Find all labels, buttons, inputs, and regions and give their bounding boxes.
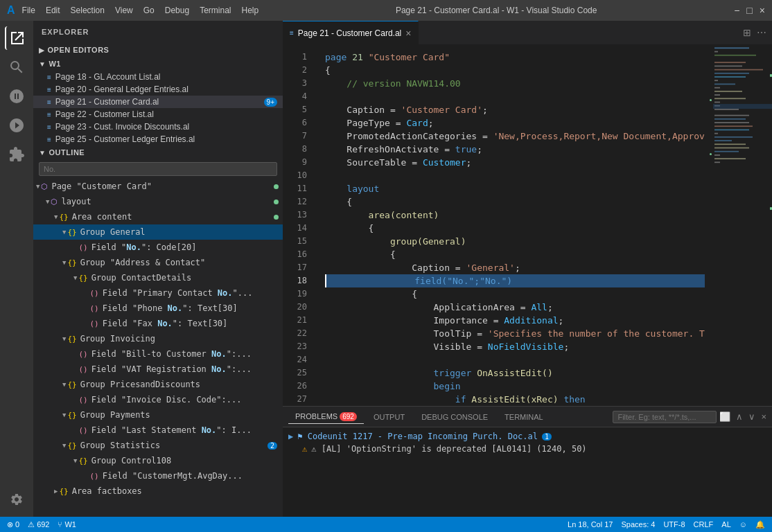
svg-rect-27: [714, 148, 749, 149]
outline-item-field-phone[interactable]: ▶ () Field "Phone No.": Text[30]: [33, 301, 283, 316]
code-line: [325, 353, 705, 366]
file-item[interactable]: ≡ Page 20 - General Ledger Entries.al: [33, 83, 283, 96]
editor-container: 1 2 3 4 5 6 7 8 9 10 11 12 13 14 15 16 1…: [283, 45, 772, 406]
status-line-ending[interactable]: CRLF: [694, 520, 714, 529]
outline-item-area-content[interactable]: ▼ {} Area content: [33, 209, 283, 224]
menu-help[interactable]: Help: [242, 6, 259, 15]
svg-rect-11: [714, 91, 742, 92]
outline-item-group-general[interactable]: ▼ {} Group General: [33, 224, 283, 240]
split-editor-icon[interactable]: ⊞: [743, 27, 751, 38]
code-token: {: [325, 64, 331, 77]
outline-item-group-prices[interactable]: ▼ {} Group PricesandDiscounts: [33, 377, 283, 392]
outline-item-field-fax[interactable]: ▶ () Field "Fax No.": Text[30]: [33, 316, 283, 331]
outline-item-field-customermgt[interactable]: ▶ () Field "CustomerMgt.AvgDay...: [33, 468, 283, 484]
status-branch[interactable]: ⑂ W1: [58, 520, 76, 529]
code-token: Additional: [504, 314, 558, 327]
active-tab[interactable]: ≡ Page 21 - Customer Card.al ×: [283, 21, 419, 44]
outline-item-area-factboxes[interactable]: ▶ {} Area factboxes: [33, 484, 283, 499]
chevron-down-icon: ▼: [62, 335, 66, 342]
outline-item-field-primary[interactable]: ▶ () Field "Primary Contact No."...: [33, 285, 283, 301]
code-token: trigger: [325, 366, 477, 380]
menu-edit[interactable]: Edit: [46, 6, 60, 15]
file-item[interactable]: ≡ Page 25 - Customer Ledger Entries.al: [33, 133, 283, 145]
outline-item-field-invoice-disc[interactable]: ▶ () Field "Invoice Disc. Code":...: [33, 392, 283, 407]
status-dot-green: [274, 200, 279, 204]
panel-maximize-icon[interactable]: ×: [761, 411, 766, 422]
file-icon: ≡: [47, 98, 51, 106]
code-line: Visible = NoFieldVisible;: [325, 340, 705, 353]
panel-tab-problems[interactable]: PROBLEMS 692: [288, 409, 364, 424]
outline-item-group-address[interactable]: ▼ {} Group "Address & Contact": [33, 255, 283, 270]
open-editors-header[interactable]: ▶ OPEN EDITORS: [33, 43, 283, 57]
minimap-svg: [713, 45, 772, 406]
problems-label: PROBLEMS: [295, 412, 337, 420]
file-item[interactable]: ≡ Page 22 - Customer List.al: [33, 108, 283, 121]
outline-item-group-control108[interactable]: ▼ {} Group Control108: [33, 453, 283, 468]
outline-header[interactable]: ▼ OUTLINE: [33, 145, 283, 159]
panel-filter-input[interactable]: [613, 411, 717, 423]
menu-file[interactable]: File: [22, 6, 35, 15]
code-token: RefreshOnActivate =: [325, 143, 455, 156]
outline-item-layout[interactable]: ▼ ⬡ layout: [33, 194, 283, 209]
menu-terminal[interactable]: Terminal: [200, 6, 231, 15]
panel-collapse-icon[interactable]: ⬜: [719, 411, 730, 422]
status-spaces[interactable]: Spaces: 4: [621, 520, 655, 529]
menu-debug[interactable]: Debug: [165, 6, 189, 15]
svg-rect-28: [714, 151, 739, 152]
panel-tab-debug-console[interactable]: DEBUG CONSOLE: [414, 410, 495, 424]
settings-activity-icon[interactable]: [5, 488, 28, 511]
status-notification[interactable]: 🔔: [755, 520, 765, 529]
outline-item-group-payments[interactable]: ▼ {} Group Payments: [33, 407, 283, 423]
titlebar-controls[interactable]: − □ ×: [734, 5, 765, 16]
code-editor[interactable]: page 21 "Customer Card" { // version NAV…: [314, 45, 705, 406]
file-item-active[interactable]: ≡ Page 21 - Customer Card.al 9+: [33, 96, 283, 108]
panel-expand-icon[interactable]: ∧: [736, 411, 743, 422]
line-number: 4: [283, 90, 314, 103]
file-item[interactable]: ≡ Page 23 - Cust. Invoice Discounts.al: [33, 121, 283, 133]
status-errors[interactable]: ⊗ 0: [7, 520, 19, 529]
status-language[interactable]: AL: [721, 520, 730, 529]
outline-item-page[interactable]: ▼ ⬡ Page "Customer Card": [33, 179, 283, 194]
outline-item-field-vat[interactable]: ▶ () Field "VAT Registration No.":...: [33, 362, 283, 377]
code-token: ;: [466, 156, 472, 169]
menu-selection[interactable]: Selection: [71, 6, 105, 15]
source-control-activity-icon[interactable]: [5, 85, 28, 108]
maximize-button[interactable]: □: [746, 5, 752, 16]
more-actions-icon[interactable]: ⋯: [757, 27, 766, 38]
extensions-activity-icon[interactable]: [5, 143, 28, 166]
outline-item-group-statistics[interactable]: ▼ {} Group Statistics 2: [33, 438, 283, 453]
outline-label-last-statement: Field "Last Statement No.": I...: [91, 425, 252, 435]
tab-close-button[interactable]: ×: [405, 28, 411, 39]
outline-item-field-bill-to[interactable]: ▶ () Field "Bill-to Customer No.":...: [33, 346, 283, 362]
explorer-activity-icon[interactable]: [5, 26, 28, 50]
debug-activity-icon[interactable]: [5, 114, 28, 137]
outline-item-field-last-statement[interactable]: ▶ () Field "Last Statement No.": I...: [33, 423, 283, 438]
file-name: Page 21 - Customer Card.al: [55, 97, 159, 107]
outline-item-group-contact[interactable]: ▼ {} Group ContactDetails: [33, 270, 283, 285]
minimize-button[interactable]: −: [734, 5, 739, 16]
outline-label-phone-no: Field "Phone No.": Text[30]: [103, 303, 238, 313]
svg-rect-22: [714, 130, 749, 131]
w1-header[interactable]: ▼ W1: [33, 57, 283, 71]
status-encoding[interactable]: UTF-8: [663, 520, 685, 529]
file-item[interactable]: ≡ Page 18 - GL Account List.al: [33, 71, 283, 83]
panel-close-icon[interactable]: ∨: [748, 411, 755, 422]
status-position[interactable]: Ln 18, Col 17: [568, 520, 613, 529]
status-warnings[interactable]: ⚠ 692: [28, 520, 49, 529]
file-icon: ≡: [47, 136, 51, 143]
search-activity-icon[interactable]: [5, 55, 28, 79]
outline-item-group-invoicing[interactable]: ▼ {} Group Invoicing: [33, 331, 283, 346]
code-token: 'New,Process,Report,New Document,Approve…: [493, 130, 705, 143]
code-token: 'General': [466, 261, 515, 274]
line-number-active: 18: [283, 274, 314, 287]
close-button[interactable]: ×: [760, 5, 765, 16]
chevron-down-icon: ▼: [36, 183, 40, 190]
panel-tab-terminal[interactable]: TERMINAL: [498, 410, 550, 424]
status-feedback[interactable]: ☺: [739, 520, 747, 529]
outline-filter-input[interactable]: [39, 162, 277, 176]
menu-go[interactable]: Go: [143, 6, 155, 15]
svg-rect-24: [714, 136, 753, 138]
panel-tab-output[interactable]: OUTPUT: [367, 410, 412, 424]
outline-item-field-no[interactable]: ▶ () Field "No.": Code[20]: [33, 240, 283, 255]
menu-view[interactable]: View: [115, 6, 133, 15]
